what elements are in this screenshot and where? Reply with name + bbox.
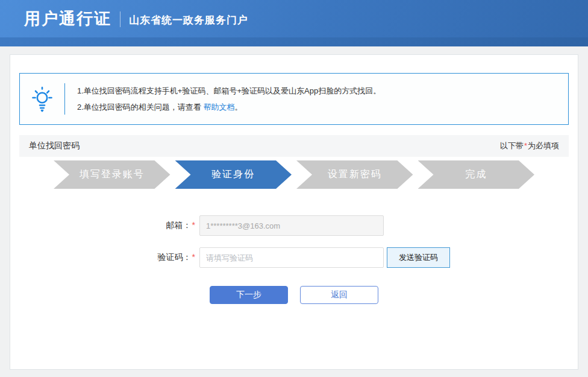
required-star: *: [192, 252, 196, 262]
section-bar: 单位找回密码 以下带*为必填项: [19, 135, 569, 157]
notice-line-1: 1.单位找回密码流程支持手机+验证码、邮箱号+验证码以及爱山东App扫脸的方式找…: [77, 83, 381, 99]
notice-text: 1.单位找回密码流程支持手机+验证码、邮箱号+验证码以及爱山东App扫脸的方式找…: [65, 83, 381, 115]
app-title: 用户通行证: [24, 8, 111, 30]
step-finish: 完成: [418, 160, 535, 189]
lightbulb-icon: [20, 86, 64, 112]
notice-line-2: 2.单位找回密码的相关问题，请查看 帮助文档。: [77, 99, 381, 115]
section-title: 单位找回密码: [29, 141, 80, 151]
step-label: 设置新密码: [328, 168, 382, 181]
form-actions: 下一步 返回: [210, 286, 578, 304]
step-label: 完成: [465, 168, 487, 181]
required-fields-note: 以下带*为必填项: [500, 141, 559, 151]
step-label: 填写登录账号: [80, 168, 145, 181]
brand: 用户通行证 山东省统一政务服务门户: [24, 8, 248, 30]
recover-password-form: 邮箱：* 验证码：* 发送验证码 下一步 返回: [10, 215, 578, 304]
code-label: 验证码：*: [10, 252, 199, 263]
header-accent-strip: [0, 37, 588, 46]
email-label-text: 邮箱：: [166, 220, 192, 230]
step-label: 验证身份: [211, 168, 255, 181]
app-header: 用户通行证 山东省统一政务服务门户: [0, 0, 588, 37]
notice-box: 1.单位找回密码流程支持手机+验证码、邮箱号+验证码以及爱山东App扫脸的方式找…: [19, 73, 569, 125]
email-label: 邮箱：*: [10, 220, 199, 231]
content-card: 1.单位找回密码流程支持手机+验证码、邮箱号+验证码以及爱山东App扫脸的方式找…: [10, 54, 578, 370]
email-field[interactable]: [199, 215, 384, 236]
notice-line-2-suffix: 。: [234, 103, 242, 112]
required-note-prefix: 以下带: [500, 141, 524, 150]
required-note-suffix: 为必填项: [528, 141, 559, 150]
help-doc-link[interactable]: 帮助文档: [203, 103, 234, 112]
step-indicator: 填写登录账号 验证身份 设置新密码 完成: [54, 160, 534, 189]
portal-subtitle: 山东省统一政务服务门户: [129, 13, 248, 27]
back-button[interactable]: 返回: [300, 286, 378, 304]
step-verify-identity: 验证身份: [175, 160, 292, 189]
notice-line-2-text: 2.单位找回密码的相关问题，请查看: [77, 103, 203, 112]
brand-divider: [120, 11, 120, 27]
required-star: *: [192, 220, 196, 230]
code-label-text: 验证码：: [158, 252, 192, 262]
send-code-button[interactable]: 发送验证码: [387, 247, 450, 268]
required-star: *: [524, 141, 528, 150]
step-fill-account: 填写登录账号: [54, 160, 170, 189]
verification-code-input[interactable]: [199, 247, 384, 268]
step-set-new-password: 设置新密码: [296, 160, 413, 189]
email-row: 邮箱：*: [10, 215, 578, 236]
next-step-button[interactable]: 下一步: [210, 286, 288, 304]
verification-code-row: 验证码：* 发送验证码: [10, 247, 578, 268]
